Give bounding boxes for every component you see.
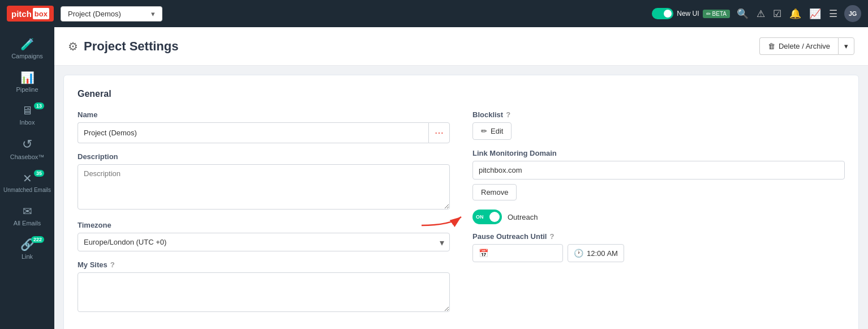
- campaigns-icon: 🧪: [20, 37, 35, 51]
- sidebar-item-all-emails-label: All Emails: [14, 220, 41, 227]
- beta-badge: ✏ BETA: [703, 10, 730, 18]
- name-label: Name: [78, 110, 450, 119]
- name-input-extra-button[interactable]: ⋯: [428, 122, 450, 143]
- pipeline-icon: 📊: [20, 71, 35, 84]
- unmatched-icon: ✕: [23, 172, 32, 185]
- edit-button-label: Edit: [491, 127, 503, 135]
- page-title: Project Settings: [84, 39, 178, 54]
- blocklist-label: Blocklist ?: [472, 110, 845, 119]
- sidebar-item-link-label: Link: [22, 253, 33, 260]
- name-input[interactable]: [78, 122, 428, 143]
- sidebar-item-pipeline[interactable]: 📊 Pipeline: [0, 66, 54, 97]
- outreach-label: Outreach: [508, 213, 538, 221]
- new-ui-toggle-area: New UI ✏ BETA: [652, 8, 730, 19]
- link-monitoring-group: Link Monitoring Domain Remove: [472, 149, 845, 200]
- timezone-select-wrap: Europe/London (UTC +0): [78, 233, 450, 251]
- delete-archive-dropdown-button[interactable]: ▾: [838, 37, 854, 55]
- delete-archive-button[interactable]: 🗑 Delete / Archive: [759, 37, 838, 55]
- edit-pencil-icon: ✏: [481, 127, 487, 135]
- my-sites-label: My Sites ?: [78, 260, 450, 269]
- chasebox-icon: ↺: [22, 137, 32, 152]
- logo-pitch: pitch: [11, 9, 32, 19]
- blocklist-help-icon[interactable]: ?: [506, 110, 510, 119]
- remove-button[interactable]: Remove: [472, 184, 517, 200]
- blocklist-group: Blocklist ? ✏ Edit: [472, 110, 845, 140]
- settings-card: General Name ⋯ Description: [63, 75, 859, 329]
- timezone-label: Timezone: [78, 221, 450, 229]
- pause-outreach-group: Pause Outreach Until ? 📅 🕐 12:00 AM: [472, 232, 845, 262]
- my-sites-group: My Sites ?: [78, 260, 450, 314]
- page-header: ⚙ Project Settings 🗑 Delete / Archive ▾: [54, 27, 868, 66]
- unmatched-badge: 35: [34, 170, 44, 177]
- timezone-select[interactable]: Europe/London (UTC +0): [78, 233, 450, 251]
- time-value: 12:00 AM: [587, 249, 618, 258]
- menu-icon[interactable]: ☰: [829, 8, 837, 20]
- link-badge: 222: [31, 236, 44, 243]
- notifications-icon[interactable]: 🔔: [789, 8, 801, 20]
- logo[interactable]: pitch box: [7, 6, 54, 22]
- my-sites-textarea[interactable]: [78, 272, 450, 312]
- sidebar-item-chasebox[interactable]: ↺ Chasebox™: [0, 133, 54, 165]
- edit-button[interactable]: ✏ Edit: [472, 122, 512, 140]
- pause-date-input[interactable]: 📅: [472, 244, 563, 262]
- new-ui-toggle[interactable]: [652, 8, 673, 19]
- warning-icon[interactable]: ⚠: [757, 8, 765, 20]
- nav-icons: 🔍 ⚠ ☑ 🔔 📈 ☰: [737, 8, 837, 20]
- user-avatar[interactable]: JG: [844, 5, 861, 22]
- all-emails-icon: ✉: [23, 204, 32, 218]
- trash-icon: 🗑: [768, 42, 775, 50]
- on-toggle-label: ON: [476, 214, 484, 220]
- outreach-toggle-row: ON Outreach: [472, 210, 845, 224]
- name-group: Name ⋯: [78, 110, 450, 143]
- activity-icon[interactable]: 📈: [809, 8, 821, 20]
- new-ui-label: New UI: [677, 10, 699, 18]
- chevron-down-icon: ▾: [151, 10, 155, 18]
- delete-archive-label: Delete / Archive: [779, 42, 830, 50]
- sidebar-item-unmatched-label: Unmatched Emails: [3, 187, 51, 193]
- name-input-wrap: ⋯: [78, 122, 450, 143]
- timezone-group: Timezone Europe/London (UTC +0): [78, 221, 450, 251]
- sidebar-item-link[interactable]: 222 🔗 Link: [0, 233, 54, 264]
- search-icon[interactable]: 🔍: [737, 8, 749, 20]
- link-monitoring-label: Link Monitoring Domain: [472, 149, 845, 157]
- content-area: ⚙ Project Settings 🗑 Delete / Archive ▾ …: [54, 27, 868, 329]
- clock-icon: 🕐: [574, 249, 583, 258]
- section-title-general: General: [78, 89, 845, 99]
- settings-icon: ⚙: [68, 40, 78, 53]
- inbox-badge: 13: [34, 102, 44, 109]
- sidebar-item-campaigns[interactable]: 🧪 Campaigns: [0, 33, 54, 64]
- pause-outreach-label: Pause Outreach Until ?: [472, 232, 845, 241]
- outreach-group: ON Outreach Pause Outreach Until ?: [472, 210, 845, 262]
- left-column: Name ⋯ Description Timezone: [78, 110, 450, 323]
- project-dropdown-label: Project (Demos): [68, 10, 121, 18]
- sidebar-item-campaigns-label: Campaigns: [11, 53, 43, 59]
- sidebar-item-chasebox-label: Chasebox™: [10, 153, 45, 160]
- pause-outreach-help-icon[interactable]: ?: [549, 232, 554, 241]
- pause-row: 📅 🕐 12:00 AM: [472, 244, 845, 262]
- top-navigation: pitch box Project (Demos) ▾ New UI ✏ BET…: [0, 0, 868, 27]
- my-sites-help-icon[interactable]: ?: [110, 260, 115, 269]
- sidebar-item-pipeline-label: Pipeline: [16, 86, 38, 93]
- outreach-toggle[interactable]: ON: [472, 210, 502, 224]
- sidebar: 🧪 Campaigns 📊 Pipeline 13 🖥 Inbox ↺ Chas…: [0, 27, 54, 329]
- project-dropdown[interactable]: Project (Demos) ▾: [61, 6, 162, 22]
- page-title-area: ⚙ Project Settings: [68, 39, 178, 54]
- logo-box: box: [35, 10, 48, 18]
- sidebar-item-inbox[interactable]: 13 🖥 Inbox: [0, 100, 54, 130]
- sidebar-item-unmatched[interactable]: 35 ✕ Unmatched Emails: [0, 167, 54, 198]
- calendar-icon: 📅: [479, 249, 488, 258]
- description-textarea[interactable]: [78, 164, 450, 210]
- link-monitoring-input[interactable]: [472, 161, 845, 180]
- inbox-icon: 🖥: [22, 104, 33, 117]
- sidebar-item-all-emails[interactable]: ✉ All Emails: [0, 200, 54, 231]
- tasks-icon[interactable]: ☑: [773, 8, 781, 20]
- header-actions: 🗑 Delete / Archive ▾: [759, 37, 854, 55]
- form-grid: Name ⋯ Description Timezone: [78, 110, 845, 323]
- description-group: Description: [78, 152, 450, 212]
- description-label: Description: [78, 152, 450, 161]
- main-layout: 🧪 Campaigns 📊 Pipeline 13 🖥 Inbox ↺ Chas…: [0, 27, 868, 329]
- right-column: Blocklist ? ✏ Edit Link Monitoring Domai…: [472, 110, 845, 323]
- pause-time-input[interactable]: 🕐 12:00 AM: [568, 244, 624, 262]
- sidebar-item-inbox-label: Inbox: [20, 119, 35, 126]
